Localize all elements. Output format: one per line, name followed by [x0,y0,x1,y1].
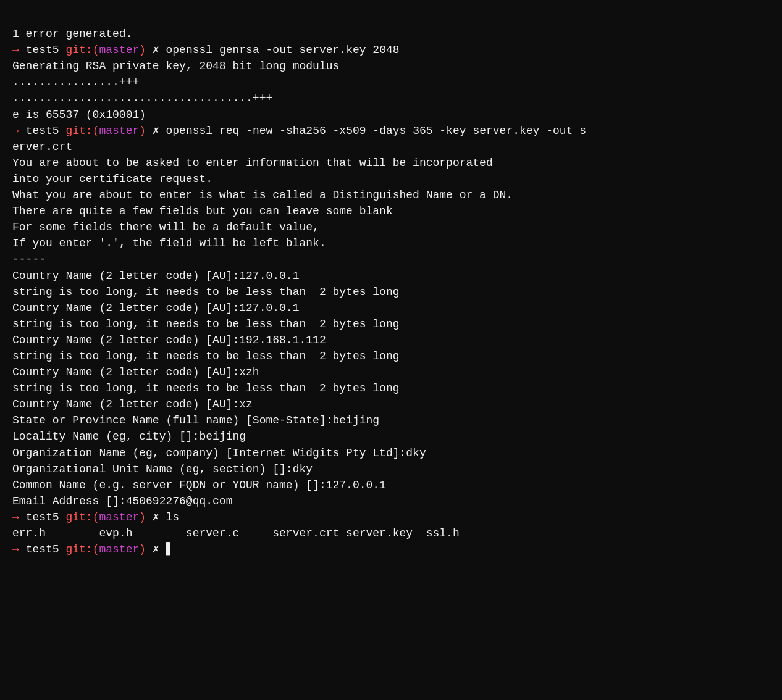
prompt-command: ls [166,511,180,523]
terminal-line: Country Name (2 letter code) [AU]:xz [12,396,770,412]
prompt-x: ✗ [153,125,166,137]
prompt-branch: master [99,44,139,56]
terminal-line: Country Name (2 letter code) [AU]:127.0.… [12,300,770,316]
terminal-line: string is too long, it needs to be less … [12,316,770,332]
terminal-line: Generating RSA private key, 2048 bit lon… [12,58,770,74]
prompt-branch: master [99,125,139,137]
terminal-line: Country Name (2 letter code) [AU]:xzh [12,364,770,380]
terminal-line: err.h evp.h server.c server.crt server.k… [12,525,770,541]
terminal-line: e is 65537 (0x10001) [12,107,770,123]
terminal-line: Country Name (2 letter code) [AU]:192.16… [12,332,770,348]
prompt-branch: master [99,511,139,523]
prompt-user: test5 [26,44,66,56]
terminal-line: → test5 git:(master) ✗ ▋ [12,541,770,557]
prompt-git-label: git:( [65,125,99,137]
prompt-git-label: git:( [65,511,99,523]
terminal-line: Organization Name (eg, company) [Interne… [12,445,770,461]
prompt-git-close: ) [139,511,153,523]
terminal-line: → test5 git:(master) ✗ openssl genrsa -o… [12,42,770,58]
terminal-output: 1 error generated.→ test5 git:(master) ✗… [12,10,770,557]
terminal-line: Email Address []:450692276@qq.com [12,493,770,509]
prompt-arrow: → [12,125,26,137]
terminal-line: Common Name (e.g. server FQDN or YOUR na… [12,477,770,493]
terminal-line: into your certificate request. [12,171,770,187]
prompt-arrow: → [12,44,26,56]
terminal-line: State or Province Name (full name) [Some… [12,412,770,428]
prompt-command: openssl genrsa -out server.key 2048 [166,44,400,56]
terminal-line: ----- [12,251,770,267]
terminal-line: Locality Name (eg, city) []:beijing [12,428,770,444]
terminal-line: Country Name (2 letter code) [AU]:127.0.… [12,268,770,284]
prompt-x: ✗ [153,44,166,56]
prompt-git-close: ) [139,125,153,137]
prompt-command: openssl req -new -sha256 -x509 -days 365… [166,125,587,137]
terminal-line: → test5 git:(master) ✗ ls [12,509,770,525]
terminal-line: string is too long, it needs to be less … [12,380,770,396]
terminal-line: For some fields there will be a default … [12,219,770,235]
prompt-arrow: → [12,543,26,556]
terminal-line: string is too long, it needs to be less … [12,284,770,300]
terminal-line: What you are about to enter is what is c… [12,187,770,203]
terminal-line: ................+++ [12,74,770,90]
prompt-git-close: ) [139,44,153,56]
prompt-branch: master [99,543,139,556]
terminal-line: Organizational Unit Name (eg, section) [… [12,461,770,477]
terminal-line: 1 error generated. [12,26,770,42]
prompt-x: ✗ [153,543,166,556]
prompt-x: ✗ [153,511,166,523]
terminal-line: If you enter '.', the field will be left… [12,235,770,251]
terminal-line: → test5 git:(master) ✗ openssl req -new … [12,123,770,139]
prompt-user: test5 [26,511,66,523]
terminal-line: erver.crt [12,139,770,155]
terminal-line: There are quite a few fields but you can… [12,203,770,219]
prompt-git-label: git:( [65,44,99,56]
terminal-line: ....................................+++ [12,90,770,106]
cursor: ▋ [166,543,173,556]
terminal-line: You are about to be asked to enter infor… [12,155,770,171]
prompt-git-label: git:( [65,543,99,556]
prompt-user: test5 [26,543,66,556]
prompt-git-close: ) [139,543,153,556]
prompt-arrow: → [12,511,26,523]
prompt-user: test5 [26,125,66,137]
terminal-line: string is too long, it needs to be less … [12,348,770,364]
